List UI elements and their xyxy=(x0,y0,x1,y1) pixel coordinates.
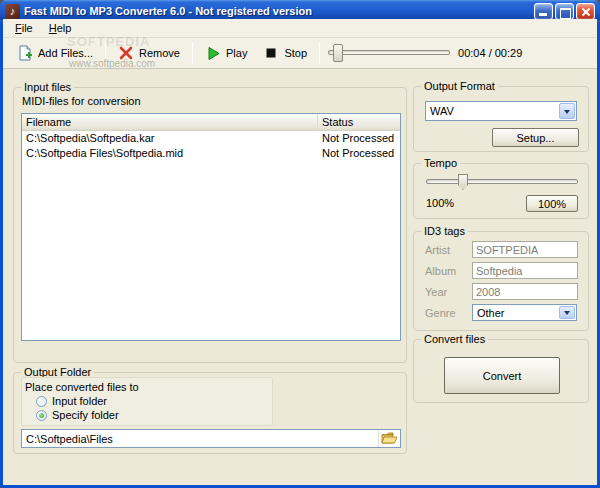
tempo-caption: Tempo xyxy=(421,157,460,169)
caption-buttons xyxy=(534,3,595,20)
stop-icon xyxy=(263,45,279,61)
file-list-header: Filename Status xyxy=(22,114,400,131)
radio-input-folder-label: Input folder xyxy=(52,395,107,407)
window-title: Fast MIDI to MP3 Converter 6.0 - Not reg… xyxy=(24,5,312,17)
radio-specify-folder[interactable]: Specify folder xyxy=(36,409,119,421)
remove-label: Remove xyxy=(139,47,180,59)
id3-caption: ID3 tags xyxy=(421,225,468,237)
toolbar-separator xyxy=(105,42,106,64)
column-header-filename[interactable]: Filename xyxy=(22,114,318,130)
radio-specify-folder-label: Specify folder xyxy=(52,409,119,421)
menu-help[interactable]: Help xyxy=(41,20,80,36)
file-list-row[interactable]: C:\Softpedia Files\Softpedia.mid Not Pro… xyxy=(22,146,400,161)
file-status: Not Processed xyxy=(318,146,400,161)
tempo-slider-groove xyxy=(426,179,578,184)
play-label: Play xyxy=(226,47,247,59)
convert-files-caption: Convert files xyxy=(421,333,488,345)
output-path-input[interactable] xyxy=(22,430,378,447)
add-files-button[interactable]: Add Files... xyxy=(9,40,101,66)
output-folder-group: Output Folder Place converted files to I… xyxy=(13,372,407,454)
playback-position-slider[interactable] xyxy=(328,43,450,63)
artist-input[interactable] xyxy=(472,241,578,258)
folder-icon xyxy=(381,432,398,445)
file-list-row[interactable]: C:\Softpedia\Softpedia.kar Not Processed xyxy=(22,131,400,146)
app-icon: ♪ xyxy=(5,4,20,19)
format-select[interactable]: WAV xyxy=(425,101,577,121)
column-header-status[interactable]: Status xyxy=(318,114,400,130)
output-format-group: Output Format WAV Setup... xyxy=(413,86,589,152)
tempo-group: Tempo 100% 100% xyxy=(413,163,589,219)
menubar: File Help xyxy=(3,19,597,38)
remove-button[interactable]: Remove xyxy=(110,40,188,66)
close-button[interactable] xyxy=(576,3,595,20)
minimize-button[interactable] xyxy=(534,3,553,20)
year-input[interactable] xyxy=(472,283,578,300)
toolbar: Add Files... Remove Play Stop xyxy=(3,38,597,69)
convert-files-group: Convert files Convert xyxy=(413,339,589,403)
menu-file[interactable]: File xyxy=(7,20,41,36)
radio-icon[interactable] xyxy=(36,396,47,407)
window-frame: ♪ Fast MIDI to MP3 Converter 6.0 - Not r… xyxy=(0,0,600,488)
genre-label: Genre xyxy=(425,307,472,319)
file-status: Not Processed xyxy=(318,131,400,146)
input-files-caption: Input files xyxy=(21,81,74,93)
album-label: Album xyxy=(425,265,472,277)
place-converted-label: Place converted files to xyxy=(25,381,139,393)
add-files-icon xyxy=(17,45,33,61)
convert-button[interactable]: Convert xyxy=(444,357,560,394)
stop-label: Stop xyxy=(284,47,307,59)
tempo-reset-button[interactable]: 100% xyxy=(526,195,578,212)
maximize-button[interactable] xyxy=(555,3,574,20)
setup-button[interactable]: Setup... xyxy=(492,128,579,147)
id3-tags-group: ID3 tags Artist Album Year Genre Other xyxy=(413,231,589,331)
tempo-value: 100% xyxy=(426,197,454,209)
year-label: Year xyxy=(425,286,472,298)
radio-icon-checked[interactable] xyxy=(36,410,47,421)
file-name: C:\Softpedia Files\Softpedia.mid xyxy=(22,146,318,161)
genre-selected-value: Other xyxy=(477,307,505,319)
play-icon xyxy=(205,45,221,61)
format-selected-value: WAV xyxy=(430,105,454,117)
tempo-slider[interactable] xyxy=(426,173,578,191)
radio-input-folder[interactable]: Input folder xyxy=(36,395,107,407)
album-input[interactable] xyxy=(472,262,578,279)
output-path-field xyxy=(21,429,401,448)
slider-thumb[interactable] xyxy=(333,44,343,62)
genre-select[interactable]: Other xyxy=(472,304,577,321)
remove-icon xyxy=(118,45,134,61)
input-files-subcaption: MIDI-files for conversion xyxy=(22,95,141,107)
file-name: C:\Softpedia\Softpedia.kar xyxy=(22,131,318,146)
play-button[interactable]: Play xyxy=(197,40,255,66)
playback-time: 00:04 / 00:29 xyxy=(458,47,522,59)
artist-label: Artist xyxy=(425,244,472,256)
file-list: Filename Status C:\Softpedia\Softpedia.k… xyxy=(21,113,401,341)
slider-groove xyxy=(328,50,450,55)
toolbar-separator xyxy=(319,42,320,64)
chevron-down-icon[interactable] xyxy=(559,103,575,119)
add-files-label: Add Files... xyxy=(38,47,93,59)
chevron-down-icon[interactable] xyxy=(559,306,575,319)
app-window: ♪ Fast MIDI to MP3 Converter 6.0 - Not r… xyxy=(0,0,600,488)
toolbar-separator xyxy=(192,42,193,64)
output-format-caption: Output Format xyxy=(421,80,498,92)
tempo-slider-thumb[interactable] xyxy=(458,174,468,190)
browse-folder-button[interactable] xyxy=(378,430,400,447)
stop-button[interactable]: Stop xyxy=(255,40,315,66)
input-files-group: Input files MIDI-files for conversion Fi… xyxy=(13,87,407,363)
